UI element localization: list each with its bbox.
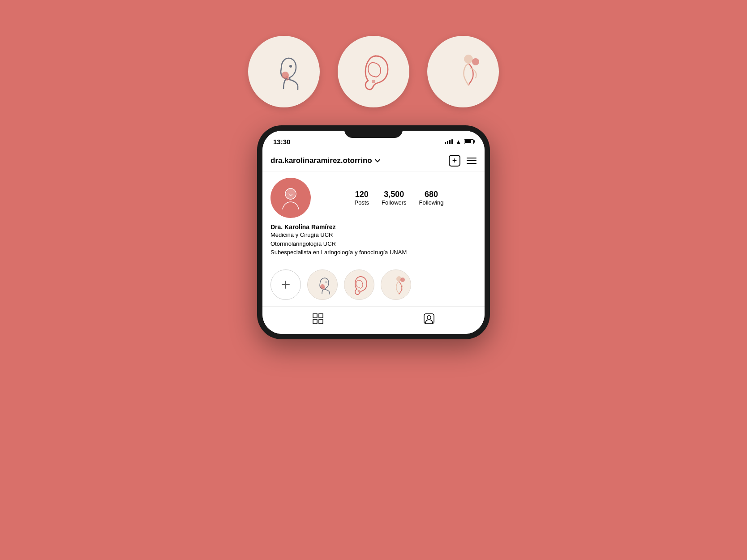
- phone-mockup: 13:30 ▲ dra.karolinara: [257, 125, 490, 339]
- add-highlight-item[interactable]: [270, 269, 301, 300]
- ear-highlight-item[interactable]: [344, 269, 374, 300]
- username-row[interactable]: dra.karolinaramirez.otorrino: [270, 156, 380, 165]
- profile-top: 120 Posts 3,500 Followers 680 Following: [270, 178, 477, 218]
- following-stat[interactable]: 680 Following: [419, 190, 444, 206]
- body-highlight-item[interactable]: [381, 269, 411, 300]
- bio-name: Dra. Karolina Ramírez: [270, 223, 477, 231]
- battery-icon: [464, 139, 474, 144]
- status-time: 13:30: [273, 138, 290, 145]
- instagram-header: dra.karolinaramirez.otorrino +: [262, 150, 485, 171]
- followers-label: Followers: [382, 199, 407, 206]
- ear-highlight-circle[interactable]: [344, 269, 374, 300]
- face-highlight-circle[interactable]: [307, 269, 338, 300]
- svg-point-18: [427, 316, 431, 319]
- followers-count: 3,500: [382, 190, 407, 199]
- svg-point-9: [322, 287, 325, 290]
- phone-notch: [344, 125, 403, 138]
- top-story-highlights: [248, 36, 499, 107]
- header-icons: +: [449, 155, 477, 167]
- profile-bio: Dra. Karolina Ramírez Medicina y Cirugía…: [270, 223, 477, 257]
- bio-line-2: Otorrinolaringología UCR: [270, 239, 477, 248]
- svg-point-7: [326, 281, 327, 282]
- add-highlight-circle[interactable]: [270, 269, 301, 300]
- add-icon: [279, 278, 292, 291]
- following-count: 680: [419, 190, 444, 199]
- svg-point-12: [400, 278, 405, 282]
- menu-button[interactable]: [467, 158, 477, 164]
- signal-icon: [445, 139, 453, 144]
- svg-point-4: [464, 55, 473, 64]
- svg-rect-13: [313, 314, 317, 318]
- person-icon: [423, 312, 435, 325]
- followers-stat[interactable]: 3,500 Followers: [382, 190, 407, 206]
- grid-nav-item[interactable]: [312, 312, 324, 325]
- bio-line-1: Medicina y Cirugía UCR: [270, 231, 477, 239]
- phone-frame: 13:30 ▲ dra.karolinara: [257, 125, 490, 339]
- person-nav-item[interactable]: [423, 312, 435, 325]
- face-highlight-item[interactable]: [307, 269, 338, 300]
- svg-rect-15: [313, 320, 317, 324]
- top-highlight-body[interactable]: [427, 36, 499, 107]
- new-post-button[interactable]: +: [449, 155, 460, 167]
- svg-point-10: [358, 290, 360, 292]
- svg-point-3: [372, 80, 375, 83]
- bottom-nav: [262, 307, 485, 334]
- profile-avatar[interactable]: [270, 178, 311, 218]
- ig-username: dra.karolinaramirez.otorrino: [270, 156, 372, 165]
- svg-rect-14: [319, 314, 323, 318]
- chevron-down-icon: [375, 159, 380, 162]
- wifi-icon: ▲: [455, 138, 461, 145]
- phone-screen: 13:30 ▲ dra.karolinara: [262, 131, 485, 334]
- posts-label: Posts: [354, 199, 369, 206]
- body-highlight-circle[interactable]: [381, 269, 411, 300]
- svg-point-5: [472, 58, 479, 65]
- plus-icon: +: [452, 156, 457, 166]
- status-icons: ▲: [445, 138, 474, 145]
- grid-icon: [312, 312, 324, 325]
- highlights-row: [262, 263, 485, 307]
- svg-rect-16: [319, 320, 323, 324]
- following-label: Following: [419, 199, 444, 206]
- profile-stats: 120 Posts 3,500 Followers 680 Following: [322, 190, 477, 206]
- svg-point-0: [289, 65, 292, 68]
- posts-stat[interactable]: 120 Posts: [354, 190, 369, 206]
- posts-count: 120: [354, 190, 369, 199]
- profile-section: 120 Posts 3,500 Followers 680 Following: [262, 171, 485, 263]
- top-highlight-face[interactable]: [248, 36, 320, 107]
- bio-line-3: Subespecialista en Laringología y fonoci…: [270, 248, 477, 257]
- top-highlight-ear[interactable]: [338, 36, 409, 107]
